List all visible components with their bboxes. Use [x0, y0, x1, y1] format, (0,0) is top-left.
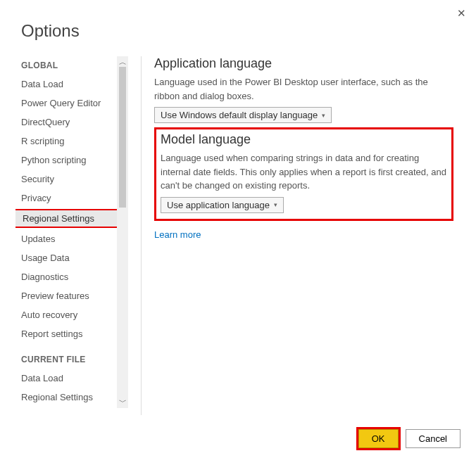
caret-down-icon: ▾ [322, 112, 325, 119]
sidebar-item-usage-data[interactable]: Usage Data [15, 250, 121, 266]
sidebar-item-preview-features[interactable]: Preview features [15, 288, 121, 304]
sidebar-item-r-scripting[interactable]: R scripting [15, 133, 121, 149]
sidebar-item-python-scripting[interactable]: Python scripting [15, 152, 121, 168]
sidebar-item-current-data-load[interactable]: Data Load [15, 370, 121, 386]
scroll-thumb[interactable] [119, 67, 126, 208]
model-language-value: Use application language [167, 200, 270, 210]
cancel-button[interactable]: Cancel [406, 429, 461, 448]
model-language-heading: Model language [161, 132, 447, 147]
close-icon[interactable]: ✕ [457, 7, 466, 20]
section-label-global: GLOBAL [21, 61, 121, 70]
sidebar-item-security[interactable]: Security [15, 171, 121, 187]
sidebar-item-power-query-editor[interactable]: Power Query Editor [15, 95, 121, 111]
app-language-desc: Language used in the Power BI Desktop us… [154, 75, 453, 103]
sidebar-item-current-regional-settings[interactable]: Regional Settings [15, 389, 121, 405]
app-language-dropdown[interactable]: Use Windows default display language ▾ [154, 107, 332, 123]
model-language-dropdown[interactable]: Use application language ▾ [161, 197, 284, 213]
sidebar-item-auto-recovery[interactable]: Auto recovery [15, 307, 121, 323]
sidebar-item-privacy[interactable]: Privacy [15, 190, 121, 206]
sidebar: GLOBAL Data LoadPower Query EditorDirect… [15, 56, 128, 408]
divider [141, 56, 142, 415]
sidebar-item-diagnostics[interactable]: Diagnostics [15, 269, 121, 285]
section-label-current: CURRENT FILE [21, 355, 121, 364]
chevron-up-icon[interactable]: ︿ [119, 57, 126, 68]
app-language-heading: Application language [154, 56, 453, 71]
sidebar-item-regional-settings[interactable]: Regional Settings [15, 209, 121, 228]
model-language-section: Model language Language used when compar… [154, 127, 453, 221]
model-language-desc: Language used when comparing strings in … [161, 151, 447, 193]
dialog-title: Options [21, 21, 461, 41]
ok-button[interactable]: OK [358, 429, 399, 448]
sidebar-item-directquery[interactable]: DirectQuery [15, 114, 121, 130]
sidebar-item-updates[interactable]: Updates [15, 231, 121, 247]
learn-more-link[interactable]: Learn more [154, 229, 201, 240]
chevron-down-icon[interactable]: ﹀ [119, 397, 126, 407]
options-dialog: ✕ Options GLOBAL Data LoadPower Query Ed… [0, 0, 476, 458]
sidebar-item-report-settings[interactable]: Report settings [15, 326, 121, 342]
sidebar-item-data-load[interactable]: Data Load [15, 76, 121, 92]
app-language-value: Use Windows default display language [161, 110, 318, 120]
dialog-footer: OK Cancel [358, 429, 461, 448]
scrollbar[interactable]: ︿ ﹀ [117, 56, 128, 408]
caret-down-icon: ▾ [274, 201, 277, 208]
main-panel: Application language Language used in th… [154, 56, 461, 415]
